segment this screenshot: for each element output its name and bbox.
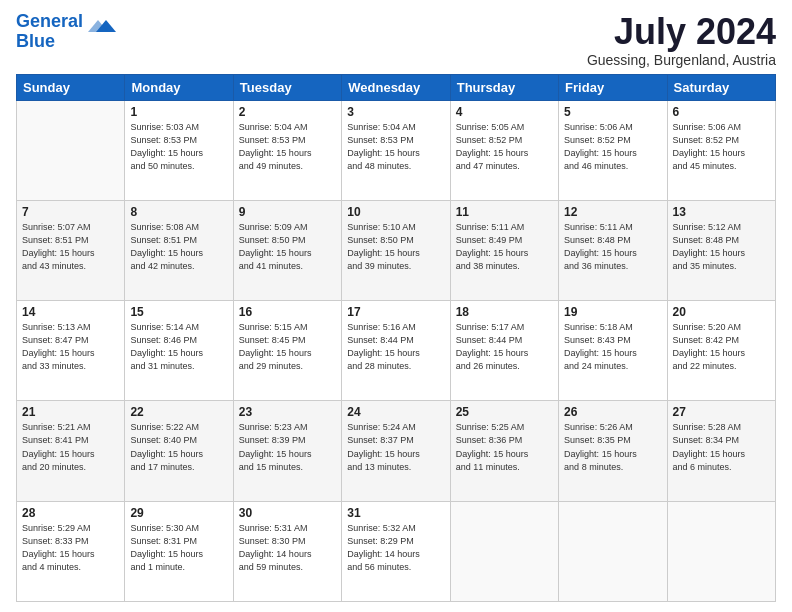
day-number: 20 [673,305,770,319]
day-detail: Sunrise: 5:22 AM Sunset: 8:40 PM Dayligh… [130,421,227,473]
calendar-day-cell: 21Sunrise: 5:21 AM Sunset: 8:41 PM Dayli… [17,401,125,501]
day-number: 26 [564,405,661,419]
day-detail: Sunrise: 5:24 AM Sunset: 8:37 PM Dayligh… [347,421,444,473]
day-detail: Sunrise: 5:31 AM Sunset: 8:30 PM Dayligh… [239,522,336,574]
day-number: 12 [564,205,661,219]
day-number: 4 [456,105,553,119]
calendar-day-cell: 13Sunrise: 5:12 AM Sunset: 8:48 PM Dayli… [667,200,775,300]
calendar-day-cell: 28Sunrise: 5:29 AM Sunset: 8:33 PM Dayli… [17,501,125,601]
day-detail: Sunrise: 5:06 AM Sunset: 8:52 PM Dayligh… [673,121,770,173]
day-detail: Sunrise: 5:08 AM Sunset: 8:51 PM Dayligh… [130,221,227,273]
day-detail: Sunrise: 5:04 AM Sunset: 8:53 PM Dayligh… [239,121,336,173]
main-title: July 2024 [587,12,776,52]
calendar-day-cell: 20Sunrise: 5:20 AM Sunset: 8:42 PM Dayli… [667,301,775,401]
day-number: 21 [22,405,119,419]
day-detail: Sunrise: 5:16 AM Sunset: 8:44 PM Dayligh… [347,321,444,373]
calendar-day-cell [17,100,125,200]
calendar-week-row: 21Sunrise: 5:21 AM Sunset: 8:41 PM Dayli… [17,401,776,501]
day-detail: Sunrise: 5:29 AM Sunset: 8:33 PM Dayligh… [22,522,119,574]
calendar-week-row: 14Sunrise: 5:13 AM Sunset: 8:47 PM Dayli… [17,301,776,401]
day-number: 23 [239,405,336,419]
calendar-day-cell: 31Sunrise: 5:32 AM Sunset: 8:29 PM Dayli… [342,501,450,601]
day-number: 27 [673,405,770,419]
calendar-day-cell: 4Sunrise: 5:05 AM Sunset: 8:52 PM Daylig… [450,100,558,200]
day-detail: Sunrise: 5:21 AM Sunset: 8:41 PM Dayligh… [22,421,119,473]
col-header-saturday: Saturday [667,74,775,100]
day-number: 22 [130,405,227,419]
calendar-day-cell: 10Sunrise: 5:10 AM Sunset: 8:50 PM Dayli… [342,200,450,300]
calendar-day-cell: 5Sunrise: 5:06 AM Sunset: 8:52 PM Daylig… [559,100,667,200]
day-detail: Sunrise: 5:03 AM Sunset: 8:53 PM Dayligh… [130,121,227,173]
calendar-day-cell: 22Sunrise: 5:22 AM Sunset: 8:40 PM Dayli… [125,401,233,501]
page: GeneralBlue July 2024 Guessing, Burgenla… [0,0,792,612]
day-number: 7 [22,205,119,219]
day-number: 24 [347,405,444,419]
day-number: 10 [347,205,444,219]
day-number: 29 [130,506,227,520]
day-detail: Sunrise: 5:25 AM Sunset: 8:36 PM Dayligh… [456,421,553,473]
day-detail: Sunrise: 5:30 AM Sunset: 8:31 PM Dayligh… [130,522,227,574]
day-detail: Sunrise: 5:23 AM Sunset: 8:39 PM Dayligh… [239,421,336,473]
calendar-table: SundayMondayTuesdayWednesdayThursdayFrid… [16,74,776,602]
day-detail: Sunrise: 5:28 AM Sunset: 8:34 PM Dayligh… [673,421,770,473]
calendar-day-cell: 9Sunrise: 5:09 AM Sunset: 8:50 PM Daylig… [233,200,341,300]
day-detail: Sunrise: 5:07 AM Sunset: 8:51 PM Dayligh… [22,221,119,273]
day-number: 28 [22,506,119,520]
calendar-day-cell: 15Sunrise: 5:14 AM Sunset: 8:46 PM Dayli… [125,301,233,401]
day-detail: Sunrise: 5:17 AM Sunset: 8:44 PM Dayligh… [456,321,553,373]
day-detail: Sunrise: 5:12 AM Sunset: 8:48 PM Dayligh… [673,221,770,273]
calendar-day-cell: 6Sunrise: 5:06 AM Sunset: 8:52 PM Daylig… [667,100,775,200]
calendar-day-cell: 16Sunrise: 5:15 AM Sunset: 8:45 PM Dayli… [233,301,341,401]
calendar-day-cell: 7Sunrise: 5:07 AM Sunset: 8:51 PM Daylig… [17,200,125,300]
day-detail: Sunrise: 5:09 AM Sunset: 8:50 PM Dayligh… [239,221,336,273]
day-number: 3 [347,105,444,119]
calendar-day-cell: 26Sunrise: 5:26 AM Sunset: 8:35 PM Dayli… [559,401,667,501]
day-detail: Sunrise: 5:05 AM Sunset: 8:52 PM Dayligh… [456,121,553,173]
day-number: 17 [347,305,444,319]
col-header-friday: Friday [559,74,667,100]
col-header-monday: Monday [125,74,233,100]
calendar-week-row: 7Sunrise: 5:07 AM Sunset: 8:51 PM Daylig… [17,200,776,300]
col-header-thursday: Thursday [450,74,558,100]
day-detail: Sunrise: 5:11 AM Sunset: 8:48 PM Dayligh… [564,221,661,273]
day-number: 8 [130,205,227,219]
day-detail: Sunrise: 5:18 AM Sunset: 8:43 PM Dayligh… [564,321,661,373]
day-number: 11 [456,205,553,219]
day-detail: Sunrise: 5:11 AM Sunset: 8:49 PM Dayligh… [456,221,553,273]
day-number: 13 [673,205,770,219]
day-number: 18 [456,305,553,319]
calendar-day-cell: 12Sunrise: 5:11 AM Sunset: 8:48 PM Dayli… [559,200,667,300]
day-number: 16 [239,305,336,319]
calendar-day-cell: 11Sunrise: 5:11 AM Sunset: 8:49 PM Dayli… [450,200,558,300]
calendar-week-row: 28Sunrise: 5:29 AM Sunset: 8:33 PM Dayli… [17,501,776,601]
day-number: 1 [130,105,227,119]
logo: GeneralBlue [16,12,118,52]
col-header-tuesday: Tuesday [233,74,341,100]
day-number: 9 [239,205,336,219]
day-detail: Sunrise: 5:32 AM Sunset: 8:29 PM Dayligh… [347,522,444,574]
subtitle: Guessing, Burgenland, Austria [587,52,776,68]
day-number: 25 [456,405,553,419]
day-number: 19 [564,305,661,319]
calendar-day-cell: 8Sunrise: 5:08 AM Sunset: 8:51 PM Daylig… [125,200,233,300]
calendar-day-cell: 29Sunrise: 5:30 AM Sunset: 8:31 PM Dayli… [125,501,233,601]
day-number: 6 [673,105,770,119]
calendar-day-cell: 17Sunrise: 5:16 AM Sunset: 8:44 PM Dayli… [342,301,450,401]
day-number: 15 [130,305,227,319]
calendar-day-cell [450,501,558,601]
day-detail: Sunrise: 5:14 AM Sunset: 8:46 PM Dayligh… [130,321,227,373]
calendar-day-cell: 18Sunrise: 5:17 AM Sunset: 8:44 PM Dayli… [450,301,558,401]
calendar-day-cell: 30Sunrise: 5:31 AM Sunset: 8:30 PM Dayli… [233,501,341,601]
logo-text: GeneralBlue [16,12,83,52]
calendar-day-cell: 25Sunrise: 5:25 AM Sunset: 8:36 PM Dayli… [450,401,558,501]
calendar-day-cell: 2Sunrise: 5:04 AM Sunset: 8:53 PM Daylig… [233,100,341,200]
calendar-day-cell: 19Sunrise: 5:18 AM Sunset: 8:43 PM Dayli… [559,301,667,401]
calendar-day-cell [559,501,667,601]
col-header-wednesday: Wednesday [342,74,450,100]
calendar-week-row: 1Sunrise: 5:03 AM Sunset: 8:53 PM Daylig… [17,100,776,200]
day-number: 5 [564,105,661,119]
day-detail: Sunrise: 5:04 AM Sunset: 8:53 PM Dayligh… [347,121,444,173]
day-detail: Sunrise: 5:13 AM Sunset: 8:47 PM Dayligh… [22,321,119,373]
calendar-day-cell [667,501,775,601]
day-detail: Sunrise: 5:06 AM Sunset: 8:52 PM Dayligh… [564,121,661,173]
